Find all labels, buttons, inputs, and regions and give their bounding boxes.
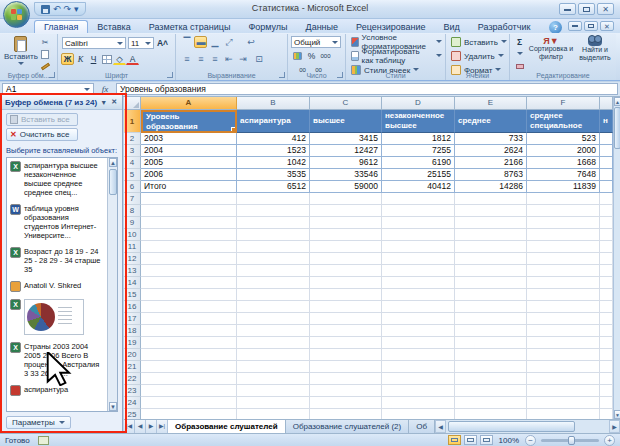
cell-D16[interactable] xyxy=(382,301,455,313)
cell-partial-10[interactable] xyxy=(600,229,613,241)
select-all-corner[interactable] xyxy=(124,97,141,110)
increase-indent-button[interactable]: ⇥ xyxy=(236,53,249,65)
cell-C11[interactable] xyxy=(310,241,382,253)
zoom-level[interactable]: 100% xyxy=(499,436,519,445)
scrollbar-thumb[interactable] xyxy=(448,421,575,432)
cell-A19[interactable] xyxy=(141,337,237,349)
cell-F7[interactable] xyxy=(527,193,600,205)
paste-all-button[interactable]: Вставить все xyxy=(6,113,78,126)
clipboard-item-1[interactable]: Xаспирантура высшее незаконченное высшее… xyxy=(10,161,105,197)
cell-B25[interactable] xyxy=(237,409,310,419)
row-header-23[interactable]: 23 xyxy=(124,385,141,397)
cell-partial-13[interactable] xyxy=(600,265,613,277)
cell-F22[interactable] xyxy=(527,373,600,385)
book-restore-button[interactable] xyxy=(584,21,598,31)
cell-A20[interactable] xyxy=(141,349,237,361)
spreadsheet-grid[interactable]: ABCDEF1Уровень образованияаспирантуравыс… xyxy=(124,97,613,419)
column-header-C[interactable]: C xyxy=(310,97,382,110)
alignment-dialog-launcher[interactable] xyxy=(279,72,285,78)
zoom-out-button[interactable]: − xyxy=(525,435,536,446)
close-button[interactable]: ✕ xyxy=(597,3,614,15)
cell-E19[interactable] xyxy=(455,337,527,349)
ribbon-tab-Рецензирование[interactable]: Рецензирование xyxy=(347,21,435,33)
cell-A21[interactable] xyxy=(141,361,237,373)
cell-F16[interactable] xyxy=(527,301,600,313)
cell-B14[interactable] xyxy=(237,277,310,289)
align-left-button[interactable]: ≡ xyxy=(180,53,193,65)
cell-E24[interactable] xyxy=(455,397,527,409)
cell-E17[interactable] xyxy=(455,313,527,325)
cell-partial-20[interactable] xyxy=(600,349,613,361)
cell-F19[interactable] xyxy=(527,337,600,349)
cell-F4[interactable]: 1668 xyxy=(527,157,600,169)
cell-F1[interactable]: среднее специальное xyxy=(527,110,600,133)
row-header-22[interactable]: 22 xyxy=(124,373,141,385)
cell-partial-12[interactable] xyxy=(600,253,613,265)
cell-F21[interactable] xyxy=(527,361,600,373)
cell-partial-15[interactable] xyxy=(600,289,613,301)
row-header-20[interactable]: 20 xyxy=(124,349,141,361)
page-break-view-button[interactable] xyxy=(480,435,493,445)
cell-partial-2[interactable] xyxy=(600,133,613,145)
page-layout-view-button[interactable] xyxy=(464,435,477,445)
number-dialog-launcher[interactable] xyxy=(337,72,343,78)
cell-C7[interactable] xyxy=(310,193,382,205)
cell-F14[interactable] xyxy=(527,277,600,289)
wrap-text-button[interactable]: ↩ xyxy=(244,36,257,48)
cells-button-1[interactable]: Вставить xyxy=(448,35,510,49)
cell-E13[interactable] xyxy=(455,265,527,277)
row-header-24[interactable]: 24 xyxy=(124,397,141,409)
cell-A18[interactable] xyxy=(141,325,237,337)
cell-D10[interactable] xyxy=(382,229,455,241)
cell-partial-21[interactable] xyxy=(600,361,613,373)
cell-B15[interactable] xyxy=(237,289,310,301)
grow-font-button[interactable]: А˄ xyxy=(156,37,169,49)
cell-B7[interactable] xyxy=(237,193,310,205)
cell-A24[interactable] xyxy=(141,397,237,409)
minimize-button[interactable] xyxy=(559,3,576,15)
comma-format-button[interactable]: 000 xyxy=(319,50,332,62)
vertical-scrollbar[interactable]: ▲ ▼ xyxy=(613,97,620,419)
sheet-tab-2[interactable]: Образование слушателей (2) xyxy=(286,420,410,433)
cell-D20[interactable] xyxy=(382,349,455,361)
clear-button[interactable] xyxy=(513,60,526,72)
cell-partial-9[interactable] xyxy=(600,217,613,229)
cell-E4[interactable]: 2166 xyxy=(455,157,527,169)
cell-C20[interactable] xyxy=(310,349,382,361)
cell-B19[interactable] xyxy=(237,337,310,349)
row-header-3[interactable]: 3 xyxy=(124,145,141,157)
cell-C16[interactable] xyxy=(310,301,382,313)
row-header-6[interactable]: 6 xyxy=(124,181,141,193)
cell-E23[interactable] xyxy=(455,385,527,397)
cell-partial-17[interactable] xyxy=(600,313,613,325)
cell-B13[interactable] xyxy=(237,265,310,277)
cell-partial-16[interactable] xyxy=(600,301,613,313)
cell-E14[interactable] xyxy=(455,277,527,289)
cell-partial-5[interactable] xyxy=(600,169,613,181)
copy-button[interactable] xyxy=(38,48,52,60)
cell-C24[interactable] xyxy=(310,397,382,409)
cell-E7[interactable] xyxy=(455,193,527,205)
cell-A8[interactable] xyxy=(141,205,237,217)
cell-C19[interactable] xyxy=(310,337,382,349)
clear-all-button[interactable]: ✕ Очистить все xyxy=(6,128,78,141)
merge-center-button[interactable]: ⊡ xyxy=(252,53,265,65)
font-dialog-launcher[interactable] xyxy=(167,72,173,78)
align-middle-button[interactable]: ▬ xyxy=(194,36,207,48)
font-name-select[interactable]: Calibri xyxy=(62,37,126,49)
pane-scrollbar[interactable]: ▲ ▼ xyxy=(107,158,117,411)
cell-A3[interactable]: 2004 xyxy=(141,145,237,157)
number-format-select[interactable]: Общий xyxy=(291,36,341,48)
cell-F10[interactable] xyxy=(527,229,600,241)
cell-D7[interactable] xyxy=(382,193,455,205)
row-header-18[interactable]: 18 xyxy=(124,325,141,337)
column-header-F[interactable]: F xyxy=(527,97,600,110)
bold-button[interactable]: Ж xyxy=(61,53,74,65)
currency-format-button[interactable] xyxy=(291,50,304,62)
last-sheet-icon[interactable]: ▶| xyxy=(157,420,168,433)
cell-D15[interactable] xyxy=(382,289,455,301)
cell-C3[interactable]: 12427 xyxy=(310,145,382,157)
sort-filter-button[interactable]: Я▼ Сортировка и фильтр xyxy=(528,37,574,61)
cell-B8[interactable] xyxy=(237,205,310,217)
cell-F2[interactable]: 523 xyxy=(527,133,600,145)
